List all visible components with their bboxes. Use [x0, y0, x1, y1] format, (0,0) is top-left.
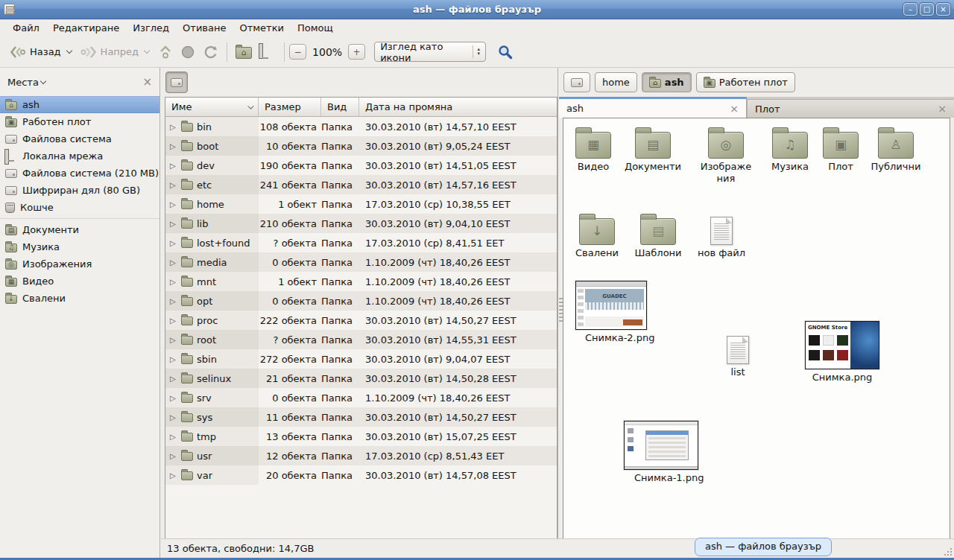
menu-go[interactable]: Отиване	[176, 20, 233, 36]
table-row-sys[interactable]: ▷sys11 обектаПапка30.03.2010 (вт) 14,50,…	[165, 407, 557, 427]
table-row-sbin[interactable]: ▷sbin272 обектаПапка30.03.2010 (вт) 9,04…	[165, 349, 557, 369]
expander-icon[interactable]: ▷	[170, 142, 177, 150]
breadcrumb-home-button[interactable]: home	[595, 72, 637, 92]
forward-button[interactable]: Напред	[77, 42, 154, 62]
expander-icon[interactable]: ▷	[170, 394, 177, 402]
icon-item-snimka[interactable]: GNOME Store Снимка.png	[805, 321, 879, 384]
expander-icon[interactable]: ▷	[170, 123, 177, 131]
sidebar-item-music[interactable]: ♫ Музика	[0, 238, 159, 255]
table-row-home[interactable]: ▷home1 обектПапка17.03.2010 (ср) 10,38,5…	[165, 194, 557, 214]
expander-icon[interactable]: ▷	[170, 452, 177, 460]
expander-icon[interactable]: ▷	[170, 433, 177, 441]
back-dropdown-icon[interactable]	[66, 48, 72, 54]
table-row-proc[interactable]: ▷proc222 обектаПапка30.03.2010 (вт) 14,5…	[165, 311, 557, 330]
maximize-button[interactable]: □	[920, 3, 934, 16]
back-button[interactable]: Назад	[6, 42, 77, 62]
sidebar-item-encrypted-80gb[interactable]: Шифриран дял (80 GB)	[0, 182, 159, 199]
up-button[interactable]	[154, 42, 177, 63]
minimize-button[interactable]: –	[903, 3, 917, 16]
sidebar-title[interactable]: Места	[7, 77, 39, 88]
table-row-opt[interactable]: ▷opt0 обектаПапка1.10.2009 (чт) 18,40,26…	[165, 291, 557, 311]
breadcrumb-ash-button[interactable]: ⌂ ash	[642, 72, 692, 92]
tab-close-icon[interactable]: ×	[938, 103, 947, 115]
sidebar-close-icon[interactable]: ×	[142, 75, 152, 89]
column-header-size[interactable]: Размер	[259, 98, 321, 117]
pane-splitter[interactable]	[559, 298, 563, 323]
table-row-selinux[interactable]: ▷selinux21 обектаПапка30.03.2010 (вт) 14…	[165, 369, 557, 388]
titlebar[interactable]: ash — файлов браузър – □ ×	[0, 0, 954, 19]
expander-icon[interactable]: ▷	[170, 239, 177, 247]
breadcrumb-desktop-button[interactable]: ▣ Работен плот	[696, 72, 795, 92]
column-header-name[interactable]: Име	[165, 98, 259, 117]
icon-item-desktop[interactable]: ▣ Плот	[812, 126, 869, 173]
close-button[interactable]: ×	[936, 3, 950, 16]
search-button[interactable]	[495, 42, 516, 63]
column-header-date[interactable]: Дата на промяна	[359, 98, 557, 117]
table-row-tmp[interactable]: ▷tmp13 обектаПапка30.03.2010 (вт) 15,07,…	[165, 427, 557, 446]
sidebar-item-video[interactable]: ▦ Видео	[0, 273, 159, 290]
computer-button[interactable]	[256, 42, 279, 61]
icon-item-downloads[interactable]: ↓ Свалени	[569, 212, 625, 259]
table-row-media[interactable]: ▷media0 обектаПапка1.10.2009 (чт) 18,40,…	[165, 252, 557, 272]
icon-item-list[interactable]: list	[710, 331, 766, 378]
tab-close-icon[interactable]: ×	[730, 103, 739, 115]
menu-edit[interactable]: Редактиране	[46, 20, 126, 36]
home-button[interactable]: ⌂	[232, 42, 256, 62]
table-row-lib[interactable]: ▷lib210 обектаПапка30.03.2010 (вт) 9,04,…	[165, 214, 557, 233]
root-location-button[interactable]	[165, 71, 188, 93]
icon-item-public[interactable]: ♙ Публични	[868, 126, 924, 173]
tab-ash[interactable]: ash ×	[559, 97, 747, 118]
table-row-lost-found[interactable]: ▷lost+found? обектаПапка17.03.2010 (ср) …	[165, 233, 557, 252]
column-header-type[interactable]: Вид	[321, 98, 359, 117]
table-row-root[interactable]: ▷root? обектаПапка30.03.2010 (вт) 14,55,…	[165, 330, 557, 349]
table-row-usr[interactable]: ▷usr12 обектаПапка17.03.2010 (ср) 8,51,4…	[165, 446, 557, 465]
sidebar-item-filesystem[interactable]: Файлова система	[0, 130, 159, 147]
icon-item-pictures[interactable]: ◎ Изображения	[698, 126, 754, 185]
icon-item-snimka1[interactable]: Снимка-1.png	[624, 421, 698, 484]
table-row-bin[interactable]: ▷bin108 обектаПапка30.03.2010 (вт) 14,57…	[165, 117, 557, 136]
stop-button[interactable]	[177, 42, 199, 63]
icon-item-music[interactable]: ♫ Музика	[762, 126, 818, 173]
menu-view[interactable]: Изглед	[126, 20, 176, 36]
reload-button[interactable]	[199, 42, 222, 63]
zoom-out-button[interactable]: −	[289, 44, 306, 60]
menu-bookmarks[interactable]: Отметки	[233, 20, 290, 36]
expander-icon[interactable]: ▷	[170, 413, 177, 421]
icon-item-snimka2[interactable]: GUADEC Снимка-2.png	[575, 281, 648, 344]
expander-icon[interactable]: ▷	[170, 200, 177, 209]
sidebar-item-desktop[interactable]: ▣ Работен плот	[0, 113, 159, 130]
table-row-dev[interactable]: ▷dev190 обектаПапка30.03.2010 (вт) 14,51…	[165, 156, 557, 175]
expander-icon[interactable]: ▷	[170, 297, 177, 305]
expander-icon[interactable]: ▷	[170, 471, 177, 480]
menu-file[interactable]: Файл	[6, 20, 46, 36]
sidebar-item-trash[interactable]: Кошче	[0, 199, 159, 216]
expander-icon[interactable]: ▷	[170, 181, 177, 189]
table-row-boot[interactable]: ▷boot10 обектаПапка30.03.2010 (вт) 9,05,…	[165, 136, 557, 156]
sidebar-item-network[interactable]: Локална мрежа	[0, 147, 159, 165]
tab-plot[interactable]: Плот ×	[747, 99, 954, 118]
expander-icon[interactable]: ▷	[170, 220, 177, 228]
expander-icon[interactable]: ▷	[170, 278, 177, 286]
menu-help[interactable]: Помощ	[291, 20, 340, 36]
sidebar-item-documents[interactable]: ▤ Документи	[0, 221, 159, 238]
sidebar-selector-chevron-icon[interactable]	[40, 77, 46, 83]
table-row-srv[interactable]: ▷srv0 обектаПапка1.10.2009 (чт) 18,40,26…	[165, 388, 557, 407]
expander-icon[interactable]: ▷	[170, 258, 177, 267]
icon-view[interactable]: ▦ Видео ▤ Документи ◎ Изображения ♫ Музи…	[563, 118, 950, 538]
sidebar-item-downloads[interactable]: ↓ Свалени	[0, 290, 159, 307]
icon-item-documents[interactable]: ▤ Документи	[625, 126, 681, 173]
expander-icon[interactable]: ▷	[170, 162, 177, 170]
sidebar-item-home[interactable]: ⌂ ash	[0, 96, 159, 113]
table-row-mnt[interactable]: ▷mnt1 обектПапка1.10.2009 (чт) 18,40,26 …	[165, 272, 557, 291]
icon-item-templates[interactable]: ▤ Шаблони	[630, 212, 686, 259]
expander-icon[interactable]: ▷	[170, 355, 177, 363]
forward-dropdown-icon[interactable]	[144, 48, 150, 54]
breadcrumb-root-button[interactable]	[563, 72, 590, 92]
sidebar-item-pictures[interactable]: ◎ Изображения	[0, 255, 159, 273]
icon-item-new-file[interactable]: нов файл	[693, 212, 750, 259]
zoom-in-button[interactable]: +	[348, 44, 365, 60]
expander-icon[interactable]: ▷	[170, 336, 177, 344]
table-row-etc[interactable]: ▷etc241 обектаПапка30.03.2010 (вт) 14,57…	[165, 175, 557, 194]
resize-grip[interactable]	[944, 547, 953, 556]
sidebar-item-filesystem-210mb[interactable]: Файлова система (210 MB)	[0, 165, 159, 182]
